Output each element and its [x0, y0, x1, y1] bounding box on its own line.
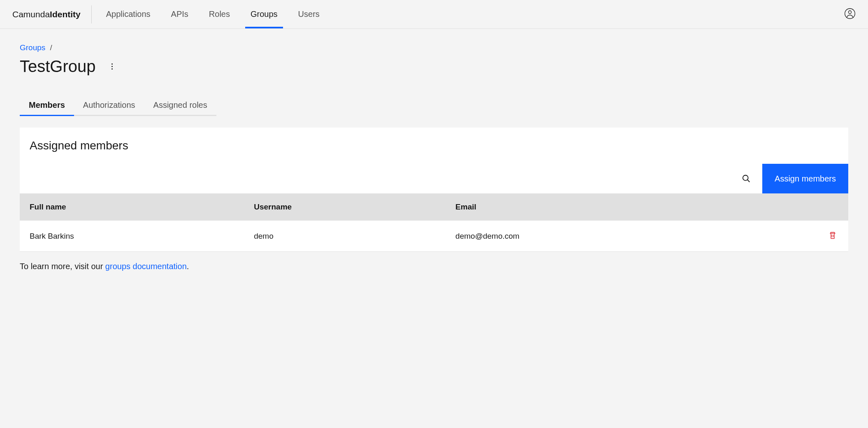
kebab-dot-icon: [111, 66, 113, 67]
nav-label: Users: [298, 9, 320, 19]
search-icon: [742, 174, 751, 183]
delete-member-button[interactable]: [827, 230, 838, 242]
brand-logo[interactable]: Camunda Identity: [12, 5, 92, 23]
nav-label: Applications: [106, 9, 151, 19]
nav-apis[interactable]: APIs: [161, 0, 199, 28]
brand-prefix: Camunda: [12, 9, 50, 19]
kebab-dot-icon: [111, 68, 113, 70]
svg-point-2: [743, 175, 748, 181]
tab-members[interactable]: Members: [20, 95, 74, 116]
cell-full-name: Bark Barkins: [20, 221, 244, 252]
detail-tabs: Members Authorizations Assigned roles: [20, 95, 848, 116]
brand-bold: Identity: [50, 9, 81, 19]
nav-applications[interactable]: Applications: [96, 0, 161, 28]
cell-email: demo@demo.com: [446, 221, 739, 252]
breadcrumb-separator: /: [50, 43, 52, 52]
nav-label: Roles: [209, 9, 230, 19]
svg-point-1: [849, 11, 852, 14]
tab-assigned-roles[interactable]: Assigned roles: [144, 95, 216, 116]
user-menu[interactable]: [844, 8, 856, 21]
title-row: TestGroup: [20, 57, 848, 76]
tab-label: Authorizations: [83, 100, 135, 109]
breadcrumb-groups-link[interactable]: Groups: [20, 43, 45, 52]
card-title: Assigned members: [20, 128, 848, 164]
main-header: Camunda Identity Applications APIs Roles…: [0, 0, 868, 29]
assign-members-button[interactable]: Assign members: [762, 164, 848, 193]
header-left: Camunda Identity Applications APIs Roles…: [12, 0, 330, 28]
kebab-menu-button[interactable]: [110, 62, 114, 71]
column-username[interactable]: Username: [244, 193, 446, 221]
svg-line-3: [747, 180, 750, 182]
primary-nav: Applications APIs Roles Groups Users: [96, 0, 330, 28]
nav-roles[interactable]: Roles: [199, 0, 240, 28]
page-title: TestGroup: [20, 57, 96, 76]
breadcrumb: Groups /: [20, 43, 848, 52]
kebab-dot-icon: [111, 63, 113, 65]
column-full-name[interactable]: Full name: [20, 193, 244, 221]
main-content: Groups / TestGroup Members Authorization…: [0, 29, 868, 286]
nav-label: APIs: [171, 9, 188, 19]
cell-actions: [739, 221, 848, 252]
members-table: Full name Username Email Bark Barkins de…: [20, 193, 848, 252]
footer-help-text: To learn more, visit our groups document…: [20, 262, 848, 271]
tab-authorizations[interactable]: Authorizations: [74, 95, 144, 116]
tab-label: Members: [29, 100, 65, 109]
table-header-row: Full name Username Email: [20, 193, 848, 221]
trash-icon: [829, 231, 837, 240]
nav-label: Groups: [251, 9, 278, 19]
nav-groups[interactable]: Groups: [240, 0, 288, 28]
table-row: Bark Barkins demo demo@demo.com: [20, 221, 848, 252]
members-card: Assigned members Assign members Full nam…: [20, 128, 848, 252]
card-toolbar: Assign members: [20, 164, 848, 193]
search-button[interactable]: [738, 171, 754, 186]
user-avatar-icon: [844, 8, 856, 19]
footer-prefix: To learn more, visit our: [20, 262, 105, 271]
column-actions: [739, 193, 848, 221]
footer-suffix: .: [187, 262, 189, 271]
column-email[interactable]: Email: [446, 193, 739, 221]
groups-documentation-link[interactable]: groups documentation: [105, 262, 187, 271]
tab-label: Assigned roles: [153, 100, 207, 109]
nav-users[interactable]: Users: [288, 0, 330, 28]
cell-username: demo: [244, 221, 446, 252]
